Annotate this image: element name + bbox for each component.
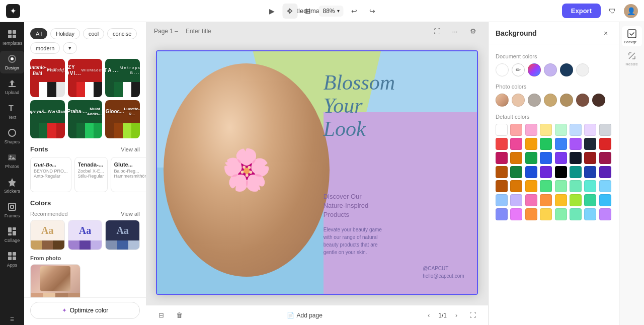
- photo-thumbnail[interactable]: [496, 94, 509, 107]
- prev-page-button[interactable]: ‹: [423, 310, 434, 321]
- palette-card[interactable]: Aa: [105, 220, 140, 250]
- default-color[interactable]: [540, 208, 552, 220]
- default-color[interactable]: [570, 166, 582, 178]
- default-color[interactable]: [584, 138, 596, 150]
- optimize-button[interactable]: ✦ Optimize color: [30, 302, 140, 319]
- default-color[interactable]: [540, 124, 552, 136]
- default-color[interactable]: [570, 180, 582, 192]
- default-color[interactable]: [510, 208, 522, 220]
- default-color[interactable]: [510, 194, 522, 206]
- palette-card[interactable]: Aa: [30, 220, 65, 250]
- default-color[interactable]: [540, 138, 552, 150]
- photo-color-1[interactable]: [512, 94, 525, 107]
- style-tag-holiday[interactable]: Holiday: [50, 28, 80, 39]
- more-options-button[interactable]: ···: [448, 24, 462, 38]
- doc-color-white[interactable]: [496, 63, 509, 76]
- default-color[interactable]: [510, 166, 522, 178]
- export-button[interactable]: Export: [562, 4, 601, 18]
- default-color[interactable]: [599, 138, 611, 150]
- fullscreen-expand-button[interactable]: ⛶: [466, 308, 480, 322]
- default-color[interactable]: [496, 138, 508, 150]
- zoom-control[interactable]: 88% ▾: [318, 6, 343, 17]
- sidebar-item-shapes[interactable]: Shapes: [0, 125, 24, 147]
- cursor-button[interactable]: ✥: [282, 4, 297, 19]
- default-color[interactable]: [540, 194, 552, 206]
- style-tag-all[interactable]: All: [30, 28, 47, 39]
- sidebar-item-stickers[interactable]: Stickers: [0, 174, 24, 197]
- photo-palette-card[interactable]: [30, 264, 80, 297]
- default-color[interactable]: [555, 166, 567, 178]
- photo-color-6[interactable]: [592, 94, 605, 107]
- default-color[interactable]: [540, 152, 552, 164]
- pencil-button[interactable]: ✏: [512, 63, 525, 76]
- font-card[interactable]: Tenada-... Zocbel X-E... Stilu-Regular: [74, 157, 108, 192]
- view-button[interactable]: ⊞: [300, 4, 315, 19]
- default-color[interactable]: [525, 166, 537, 178]
- default-color[interactable]: [570, 194, 582, 206]
- default-color[interactable]: [570, 208, 582, 220]
- default-color[interactable]: [584, 194, 596, 206]
- more-button[interactable]: ☰: [0, 314, 24, 325]
- doc-color-light[interactable]: [576, 63, 589, 76]
- default-color[interactable]: [540, 166, 552, 178]
- design-canvas[interactable]: 🌸 BlossomYourLook Discover OurNature-Ins…: [156, 50, 478, 295]
- default-color[interactable]: [599, 208, 611, 220]
- default-color[interactable]: [525, 194, 537, 206]
- default-color[interactable]: [540, 180, 552, 192]
- font-card[interactable]: Glute... Baloo-Reg... Hammersmithön...: [111, 157, 146, 192]
- play-button[interactable]: ▶: [264, 4, 279, 19]
- tab-resize[interactable]: Resize: [622, 48, 642, 68]
- photo-color-2[interactable]: [528, 94, 541, 107]
- settings-button[interactable]: ⚙: [466, 24, 480, 38]
- default-color[interactable]: [555, 138, 567, 150]
- color-card[interactable]: AlegreyaS...WorkSans-...: [30, 100, 65, 138]
- default-color[interactable]: [584, 166, 596, 178]
- default-color[interactable]: [599, 166, 611, 178]
- sidebar-item-apps[interactable]: Apps: [0, 248, 24, 271]
- default-color[interactable]: [510, 138, 522, 150]
- style-tag-more[interactable]: ▾: [63, 42, 77, 54]
- color-card[interactable]: ZY JOVI...WixMadef...: [68, 59, 103, 97]
- color-card[interactable]: Praha-...Mulat Addis-...: [68, 100, 103, 138]
- doc-color-lavender[interactable]: [544, 63, 557, 76]
- sidebar-item-frames[interactable]: Frames: [0, 199, 24, 221]
- sidebar-item-design[interactable]: Design: [0, 51, 24, 73]
- tab-background[interactable]: Backgr...: [622, 26, 642, 46]
- default-color[interactable]: [525, 138, 537, 150]
- palette-card[interactable]: Aa: [68, 220, 103, 250]
- close-button[interactable]: ×: [600, 27, 612, 39]
- default-color[interactable]: [584, 152, 596, 164]
- sidebar-item-collage[interactable]: Collage: [0, 223, 24, 246]
- add-page-button[interactable]: 📄 Add page: [283, 310, 326, 321]
- default-color[interactable]: [570, 124, 582, 136]
- default-color[interactable]: [496, 208, 508, 220]
- default-color[interactable]: [555, 124, 567, 136]
- default-color[interactable]: [525, 124, 537, 136]
- photo-color-5[interactable]: [576, 94, 589, 107]
- color-card[interactable]: Antonio-BoldWixMadef...: [30, 59, 65, 97]
- photo-color-4[interactable]: [560, 94, 573, 107]
- default-color[interactable]: [599, 124, 611, 136]
- default-color[interactable]: [510, 124, 522, 136]
- color-card[interactable]: NOTA...Metropolis-B...: [105, 59, 140, 97]
- colors-view-all[interactable]: View all: [121, 211, 140, 217]
- default-color[interactable]: [584, 124, 596, 136]
- default-color[interactable]: [496, 152, 508, 164]
- color-card[interactable]: Glooc...Lucette-R...: [105, 100, 140, 138]
- default-color[interactable]: [555, 208, 567, 220]
- style-tag-modern[interactable]: modern: [30, 42, 60, 54]
- next-page-button[interactable]: ›: [451, 310, 462, 321]
- style-tag-concise[interactable]: concise: [107, 28, 137, 39]
- default-color[interactable]: [496, 194, 508, 206]
- page-title-input[interactable]: [182, 26, 426, 36]
- default-color[interactable]: [599, 180, 611, 192]
- default-color[interactable]: [584, 208, 596, 220]
- sidebar-item-text[interactable]: T Text: [0, 100, 24, 123]
- default-color[interactable]: [599, 194, 611, 206]
- default-color[interactable]: [555, 194, 567, 206]
- default-color[interactable]: [570, 152, 582, 164]
- default-color[interactable]: [525, 208, 537, 220]
- default-color[interactable]: [510, 180, 522, 192]
- align-button[interactable]: ⊟: [154, 308, 168, 322]
- photo-color-3[interactable]: [544, 94, 557, 107]
